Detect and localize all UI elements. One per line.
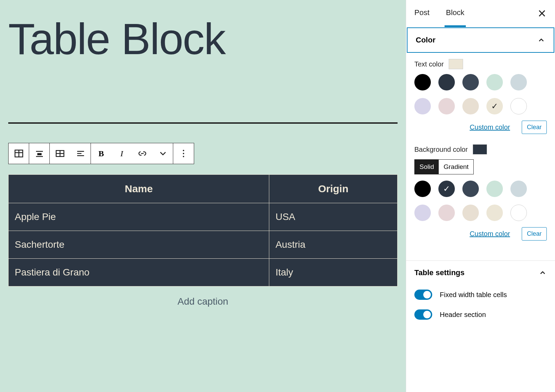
bold-button[interactable]: B (91, 143, 111, 164)
table-header-cell[interactable]: Origin (269, 175, 398, 203)
more-vertical-icon (178, 148, 189, 159)
block-toolbar: B I (8, 143, 194, 164)
table-header-cell[interactable]: Name (9, 175, 269, 203)
table-settings-title: Table settings (414, 268, 464, 277)
bg-mode-gradient[interactable]: Gradient (439, 160, 473, 174)
table-cell[interactable]: USA (269, 203, 398, 231)
check-icon: ✓ (491, 101, 498, 111)
italic-icon: I (120, 149, 123, 158)
table-icon (14, 148, 24, 159)
text-color-label: Text color (414, 60, 444, 68)
block-type-button[interactable] (9, 143, 29, 164)
close-sidebar-button[interactable] (536, 7, 548, 20)
color-panel-title: Color (416, 36, 435, 45)
color-swatch[interactable] (414, 205, 431, 221)
bg-color-swatches: ✓ (414, 181, 547, 221)
drag-handle-button[interactable] (29, 143, 50, 164)
color-swatch[interactable] (486, 181, 503, 197)
bg-clear-button[interactable]: Clear (522, 227, 547, 241)
fixed-width-toggle[interactable] (414, 290, 432, 300)
chevron-up-icon (537, 36, 545, 44)
table-cell[interactable]: Italy (269, 259, 398, 286)
color-swatch[interactable] (438, 98, 455, 114)
tab-block[interactable]: Block (445, 0, 466, 27)
color-swatch[interactable] (462, 74, 479, 90)
color-swatch[interactable] (510, 74, 527, 90)
separator-block[interactable] (8, 122, 398, 124)
color-swatch[interactable] (414, 181, 431, 197)
color-swatch[interactable] (510, 181, 527, 197)
settings-sidebar: Post Block Color Text color ✓ Custom col… (406, 0, 555, 392)
table-block[interactable]: Name Origin Apple PieUSA SachertorteAust… (8, 174, 398, 286)
table-edit-icon (55, 148, 65, 159)
editor-canvas: Table Block B I Name Origin (0, 0, 406, 392)
color-swatch[interactable] (438, 74, 455, 90)
text-color-swatches: ✓ (414, 74, 547, 114)
svg-point-14 (183, 156, 184, 157)
check-icon: ✓ (443, 184, 450, 194)
link-icon (137, 148, 147, 159)
bg-color-label-row: Background color (414, 144, 547, 155)
color-swatch[interactable] (438, 205, 455, 221)
color-swatch[interactable] (462, 98, 479, 114)
color-swatch[interactable] (414, 74, 431, 90)
color-panel-toggle[interactable]: Color (407, 27, 554, 53)
caption-input[interactable]: Add caption (8, 296, 398, 307)
header-section-label: Header section (440, 311, 486, 319)
color-swatch[interactable]: ✓ (486, 98, 503, 114)
bg-color-label: Background color (414, 146, 468, 154)
table-cell[interactable]: Apple Pie (9, 203, 269, 231)
align-left-icon (75, 148, 86, 159)
text-color-preview (449, 59, 463, 69)
bg-mode-toggle: Solid Gradient (414, 159, 474, 174)
more-formatting-button[interactable] (153, 143, 173, 164)
color-swatch[interactable]: ✓ (438, 181, 455, 197)
tab-post[interactable]: Post (413, 0, 431, 27)
bold-icon: B (98, 149, 104, 158)
chevron-up-icon (539, 269, 547, 277)
bg-color-preview (473, 144, 487, 155)
table-settings-panel-toggle[interactable]: Table settings (406, 260, 555, 285)
sidebar-tabs: Post Block (406, 0, 555, 27)
bg-custom-color-link[interactable]: Custom color (470, 230, 510, 238)
fixed-width-label: Fixed width table cells (440, 291, 507, 299)
more-options-button[interactable] (173, 143, 194, 164)
fixed-width-setting: Fixed width table cells (406, 285, 555, 305)
color-swatch[interactable] (486, 74, 503, 90)
close-icon (537, 9, 547, 18)
svg-rect-4 (37, 153, 42, 155)
chevron-down-icon (158, 148, 168, 159)
table-cell[interactable]: Austria (269, 231, 398, 259)
color-panel-body: Text color ✓ Custom color Clear Backgrou… (406, 53, 555, 260)
italic-button[interactable]: I (111, 143, 132, 164)
table-row: Pastiera di GranoItaly (9, 259, 398, 286)
color-swatch[interactable] (486, 205, 503, 221)
color-swatch[interactable] (462, 205, 479, 221)
text-clear-button[interactable]: Clear (522, 121, 547, 134)
table-row: Apple PieUSA (9, 203, 398, 231)
column-align-button[interactable] (70, 143, 91, 164)
text-custom-color-link[interactable]: Custom color (470, 123, 510, 131)
table-row: SachertorteAustria (9, 231, 398, 259)
color-swatch[interactable] (510, 98, 527, 114)
svg-point-13 (183, 153, 184, 154)
color-swatch[interactable] (510, 205, 527, 221)
svg-point-12 (183, 150, 184, 151)
bg-mode-solid[interactable]: Solid (415, 160, 439, 174)
color-swatch[interactable] (462, 181, 479, 197)
header-section-toggle[interactable] (414, 309, 432, 320)
align-icon (34, 148, 45, 159)
color-swatch[interactable] (414, 98, 431, 114)
link-button[interactable] (132, 143, 153, 164)
page-title[interactable]: Table Block (8, 14, 398, 64)
table-cell[interactable]: Pastiera di Grano (9, 259, 269, 286)
edit-table-button[interactable] (50, 143, 70, 164)
table-cell[interactable]: Sachertorte (9, 231, 269, 259)
text-color-label-row: Text color (414, 59, 547, 69)
header-section-setting: Header section (406, 305, 555, 324)
